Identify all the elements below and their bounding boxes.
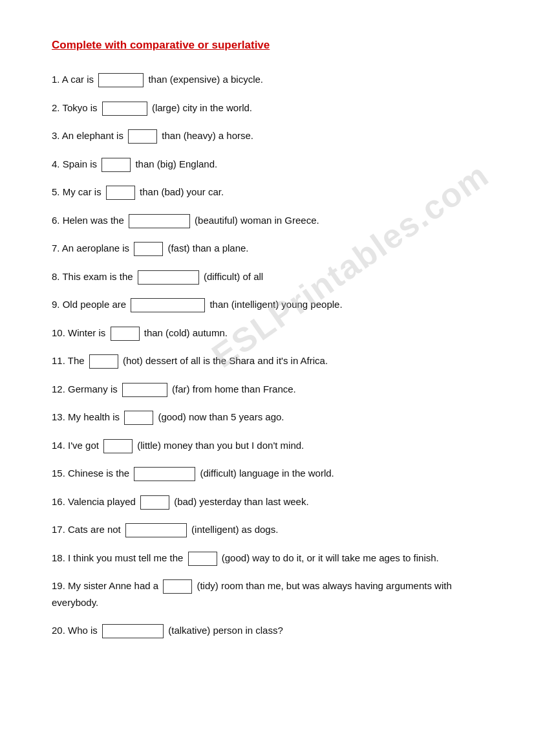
answer-box[interactable] <box>103 439 133 453</box>
question-number: 12. <box>52 383 68 394</box>
answer-box[interactable] <box>101 158 131 172</box>
answer-box[interactable] <box>89 354 118 369</box>
question-hint-text: than (bad) your car. <box>137 186 224 197</box>
question-number: 1. <box>52 74 62 85</box>
list-item: 15. Chinese is the (difficult) language … <box>52 465 482 482</box>
answer-box[interactable] <box>134 467 195 481</box>
question-hint-text: (intelligent) as dogs. <box>189 524 278 535</box>
question-number: 20. <box>52 625 68 636</box>
question-hint-text: (hot) dessert of all is the Shara and it… <box>120 355 328 366</box>
list-item: 10. Winter is than (cold) autumn. <box>52 325 482 341</box>
answer-box[interactable] <box>98 73 144 87</box>
answer-box[interactable] <box>140 495 169 510</box>
answer-box[interactable] <box>102 102 147 116</box>
question-hint-text: (talkative) person in class? <box>166 625 283 636</box>
question-hint-text: (little) money than you but I don't mind… <box>134 440 304 451</box>
question-hint-text: (beautiful) woman in Greece. <box>192 215 319 226</box>
question-number: 10. <box>52 327 68 338</box>
answer-box[interactable] <box>124 411 153 425</box>
answer-box[interactable] <box>163 579 192 594</box>
answer-box[interactable] <box>106 186 135 200</box>
answer-box[interactable] <box>131 298 205 312</box>
answer-box[interactable] <box>129 214 190 228</box>
question-hint-text: (bad) yesterday than last week. <box>171 496 309 507</box>
question-hint-text: (fast) than a plane. <box>165 243 248 254</box>
list-item: 11. The (hot) dessert of all is the Shar… <box>52 352 482 369</box>
question-pre-text: Germany is <box>68 383 120 394</box>
question-number: 3. <box>52 130 62 141</box>
list-item: 8. This exam is the (difficult) of all <box>52 268 482 285</box>
question-number: 9. <box>52 299 63 310</box>
question-pre-text: Winter is <box>68 327 109 338</box>
question-number: 13. <box>52 411 68 422</box>
questions-list: 1. A car is than (expensive) a bicycle.2… <box>52 71 482 639</box>
question-pre-text: My car is <box>63 186 104 197</box>
question-hint-text: (good) way to do it, or it will take me … <box>219 552 439 563</box>
page-title: Complete with comparative or superlative <box>52 39 482 52</box>
question-pre-text: A car is <box>62 74 96 85</box>
answer-box[interactable] <box>111 327 140 341</box>
list-item: 18. I think you must tell me the (good) … <box>52 550 482 567</box>
question-pre-text: An elephant is <box>62 130 126 141</box>
answer-box[interactable] <box>188 552 217 566</box>
answer-box[interactable] <box>102 624 164 638</box>
list-item: 12. Germany is (far) from home than Fran… <box>52 381 482 398</box>
question-pre-text: Chinese is the <box>68 468 132 479</box>
question-number: 7. <box>52 243 62 254</box>
question-hint-text: than (cold) autumn. <box>142 327 228 338</box>
question-pre-text: Tokyo is <box>62 102 100 113</box>
list-item: 9. Old people are than (intelligent) you… <box>52 296 482 313</box>
question-hint-text: (far) from home than France. <box>169 383 296 394</box>
question-number: 11. <box>52 355 68 366</box>
question-pre-text: Valencia played <box>68 496 138 507</box>
question-pre-text: I think you must tell me the <box>68 552 186 563</box>
question-pre-text: I've got <box>68 440 101 451</box>
question-pre-text: My sister Anne had a <box>68 580 161 591</box>
answer-box[interactable] <box>122 383 167 397</box>
answer-box[interactable] <box>128 129 157 144</box>
question-pre-text: Old people are <box>63 299 129 310</box>
question-number: 17. <box>52 524 68 535</box>
list-item: 19. My sister Anne had a (tidy) room tha… <box>52 578 482 610</box>
list-item: 4. Spain is than (big) England. <box>52 156 482 173</box>
question-hint-text: (large) city in the world. <box>149 102 252 113</box>
question-hint-text: (difficult) language in the world. <box>197 468 334 479</box>
list-item: 7. An aeroplane is (fast) than a plane. <box>52 240 482 257</box>
question-number: 6. <box>52 215 63 226</box>
question-pre-text: The <box>68 355 87 366</box>
list-item: 6. Helen was the (beautiful) woman in Gr… <box>52 212 482 229</box>
question-number: 16. <box>52 496 68 507</box>
list-item: 16. Valencia played (bad) yesterday than… <box>52 493 482 510</box>
question-hint-text: (difficult) of all <box>201 271 263 282</box>
question-hint-text: than (big) England. <box>133 158 217 169</box>
question-number: 2. <box>52 102 62 113</box>
question-hint-text: (good) now than 5 years ago. <box>155 411 284 422</box>
list-item: 20. Who is (talkative) person in class? <box>52 622 482 639</box>
list-item: 3. An elephant is than (heavy) a horse. <box>52 127 482 144</box>
question-pre-text: Spain is <box>63 158 100 169</box>
question-pre-text: This exam is the <box>62 271 135 282</box>
list-item: 1. A car is than (expensive) a bicycle. <box>52 71 482 88</box>
question-hint-text: than (intelligent) young people. <box>207 299 342 310</box>
question-hint-text: than (expensive) a bicycle. <box>145 74 263 85</box>
question-pre-text: Helen was the <box>63 215 127 226</box>
question-number: 19. <box>52 580 68 591</box>
question-pre-text: My health is <box>68 411 122 422</box>
question-number: 15. <box>52 468 68 479</box>
list-item: 2. Tokyo is (large) city in the world. <box>52 100 482 116</box>
question-hint-text: than (heavy) a horse. <box>159 130 253 141</box>
answer-box[interactable] <box>138 270 199 285</box>
question-number: 14. <box>52 440 68 451</box>
list-item: 17. Cats are not (intelligent) as dogs. <box>52 521 482 538</box>
question-number: 18. <box>52 552 68 563</box>
list-item: 14. I've got (little) money than you but… <box>52 437 482 454</box>
list-item: 13. My health is (good) now than 5 years… <box>52 409 482 426</box>
question-pre-text: Cats are not <box>68 524 123 535</box>
question-number: 8. <box>52 271 62 282</box>
question-pre-text: Who is <box>68 625 100 636</box>
answer-box[interactable] <box>134 242 163 256</box>
question-pre-text: An aeroplane is <box>62 243 132 254</box>
question-number: 5. <box>52 186 63 197</box>
question-number: 4. <box>52 158 63 169</box>
answer-box[interactable] <box>125 523 187 537</box>
